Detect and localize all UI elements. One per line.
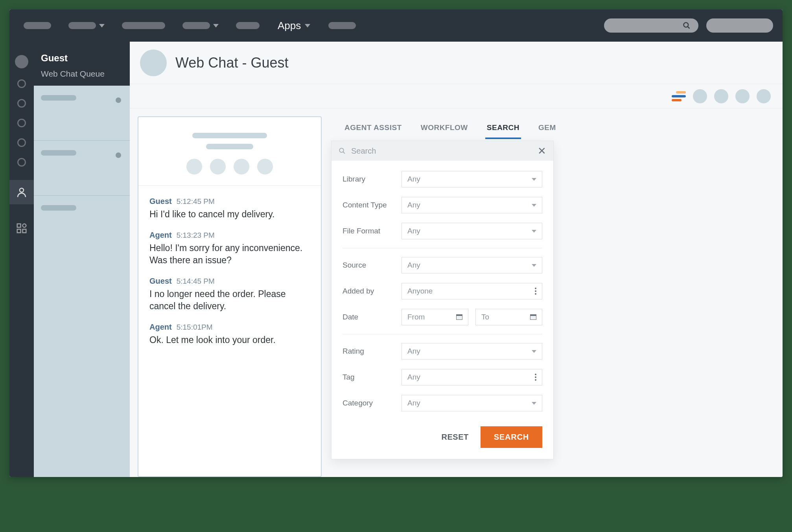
svg-point-2: [20, 188, 24, 192]
added-by-select[interactable]: Anyone: [402, 283, 542, 299]
msg-text: Hello! I'm sorry for any inconvenience. …: [149, 242, 310, 266]
library-select[interactable]: Any: [402, 171, 542, 187]
nav-item-4[interactable]: [178, 22, 223, 29]
filter-rating: Rating Any: [343, 338, 542, 364]
content-body: Guest5:12:45 PM Hi I'd like to cancel my…: [130, 108, 783, 477]
filter-source: Source Any: [343, 252, 542, 278]
rating-select[interactable]: Any: [402, 343, 542, 360]
toolbar-action-2[interactable]: [714, 89, 728, 103]
tag-select[interactable]: Any: [402, 369, 542, 385]
nav-item-2[interactable]: [64, 22, 109, 29]
msg-time: 5:14:45 PM: [177, 277, 215, 286]
nav-item-3[interactable]: [117, 22, 170, 29]
calendar-icon: [456, 314, 462, 320]
source-select[interactable]: Any: [402, 257, 542, 273]
svg-line-8: [343, 152, 345, 154]
chat-action-1[interactable]: [186, 159, 202, 174]
toolbar-action-3[interactable]: [735, 89, 750, 103]
rail-item-4[interactable]: [17, 138, 26, 147]
chevron-down-icon: [532, 178, 536, 181]
toolbar-action-1[interactable]: [693, 89, 707, 103]
queue-item[interactable]: [34, 196, 130, 251]
main-row: Guest Web Chat Queue Web Chat - Guest: [9, 42, 783, 477]
svg-point-7: [339, 148, 344, 152]
search-panel: ✕ Library Any Content Type Any: [331, 141, 554, 459]
app-frame: Apps Guest Web Chat Queue: [9, 9, 783, 477]
tab-gem[interactable]: GEM: [537, 119, 558, 139]
sidebar-title: Guest: [41, 53, 123, 64]
chevron-down-icon: [532, 264, 536, 267]
content: Web Chat - Guest: [130, 42, 783, 477]
sidebar-subtitle: Web Chat Queue: [41, 69, 123, 79]
filter-label: Date: [343, 313, 402, 321]
rail-item-2[interactable]: [17, 99, 26, 108]
filter-content-type: Content Type Any: [343, 192, 542, 218]
sidebar-header: Guest Web Chat Queue: [34, 42, 130, 86]
chevron-down-icon: [532, 204, 536, 207]
filter-date: Date From To: [343, 304, 542, 330]
tab-agent-assist[interactable]: AGENT ASSIST: [343, 119, 403, 139]
svg-rect-5: [17, 229, 21, 233]
tab-workflow[interactable]: WORKFLOW: [419, 119, 470, 139]
nav-apps-dropdown[interactable]: Apps: [272, 20, 316, 32]
toolbar-strip: [130, 84, 783, 108]
svg-point-0: [684, 23, 689, 28]
chat-action-2[interactable]: [210, 159, 226, 174]
queue-item[interactable]: [34, 141, 130, 196]
filter-label: Added by: [343, 287, 402, 295]
toolbar-action-4[interactable]: [757, 89, 771, 103]
rail-item-1[interactable]: [17, 79, 26, 88]
global-search[interactable]: [604, 18, 698, 33]
chat-panel: Guest5:12:45 PM Hi I'd like to cancel my…: [138, 116, 322, 477]
rail-avatar[interactable]: [15, 55, 28, 68]
filter-category: Category Any: [343, 390, 542, 416]
filter-label: Category: [343, 399, 402, 407]
file-format-select[interactable]: Any: [402, 223, 542, 239]
filter-label: Tag: [343, 373, 402, 382]
guest-avatar: [140, 50, 167, 76]
chat-messages: Guest5:12:45 PM Hi I'd like to cancel my…: [138, 186, 321, 357]
chevron-down-icon: [305, 24, 310, 28]
search-button[interactable]: SEARCH: [481, 426, 542, 448]
chat-action-4[interactable]: [257, 159, 273, 174]
msg-time: 5:15:01PM: [177, 323, 213, 332]
filter-label: Content Type: [343, 201, 402, 209]
msg-sender: Agent: [149, 231, 172, 240]
date-from-input[interactable]: From: [402, 309, 468, 325]
chat-message: Guest5:12:45 PM Hi I'd like to cancel my…: [149, 197, 310, 220]
search-filters: Library Any Content Type Any File Format…: [332, 161, 553, 416]
content-type-select[interactable]: Any: [402, 197, 542, 213]
sidebar: Guest Web Chat Queue: [34, 42, 130, 477]
search-icon: [339, 147, 346, 154]
queue-item[interactable]: [34, 86, 130, 141]
svg-point-4: [23, 224, 26, 227]
nav-item-1[interactable]: [19, 22, 56, 29]
tab-search[interactable]: SEARCH: [485, 119, 521, 139]
reset-button[interactable]: RESET: [442, 433, 469, 442]
svg-rect-6: [23, 229, 26, 233]
category-select[interactable]: Any: [402, 395, 542, 411]
msg-text: I no longer need the order. Please cance…: [149, 288, 310, 312]
close-icon[interactable]: ✕: [538, 145, 546, 157]
rail-item-3[interactable]: [17, 119, 26, 127]
filter-added-by: Added by Anyone: [343, 278, 542, 304]
rail-item-people-active[interactable]: [9, 180, 34, 204]
person-icon: [16, 186, 28, 198]
nav-item-5[interactable]: [231, 22, 264, 29]
chevron-down-icon: [532, 402, 536, 405]
apps-grid-icon[interactable]: [16, 222, 28, 234]
user-profile-pill[interactable]: [706, 18, 773, 33]
search-input[interactable]: [351, 147, 532, 156]
calendar-icon: [530, 314, 536, 320]
chat-message: Guest5:14:45 PM I no longer need the ord…: [149, 277, 310, 312]
sidebar-list: [34, 86, 130, 477]
msg-time: 5:13:23 PM: [177, 231, 215, 240]
nav-item-6[interactable]: [324, 22, 361, 29]
content-header: Web Chat - Guest: [130, 42, 783, 84]
chevron-down-icon: [532, 350, 536, 353]
rail-item-5[interactable]: [17, 158, 26, 167]
filter-label: Source: [343, 261, 402, 270]
msg-sender: Agent: [149, 323, 172, 332]
date-to-input[interactable]: To: [475, 309, 542, 325]
chat-action-3[interactable]: [234, 159, 249, 174]
